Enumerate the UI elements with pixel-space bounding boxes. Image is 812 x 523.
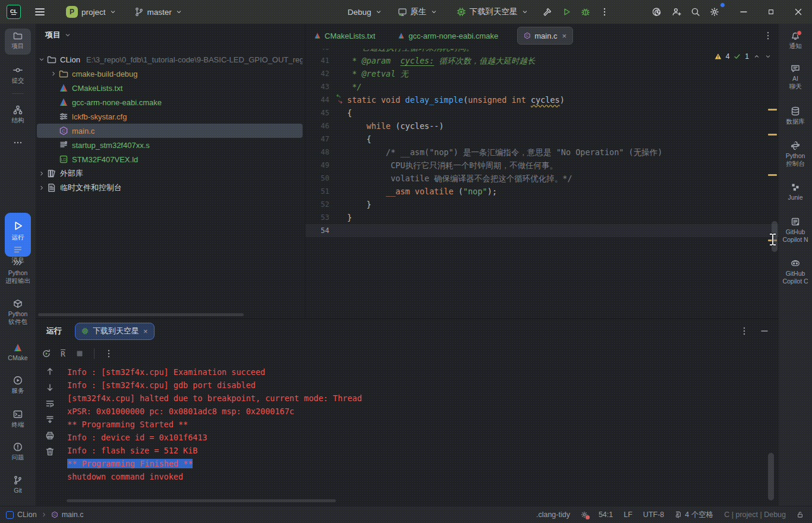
run-tab-close-icon[interactable]: × [143,327,148,336]
tab-close-icon[interactable]: × [562,31,567,40]
project-panel-header[interactable]: 项目 [36,24,305,46]
tree-row-root[interactable]: CLion E:\3_repo\0_fdb\1_tutorial-code\9-… [37,52,303,67]
console-horizontal-scrollbar[interactable] [67,499,336,502]
soft-wrap-icon[interactable] [45,399,55,408]
sidebar-item-structure[interactable]: 结构 [0,105,36,124]
window-minimize-button[interactable] [730,0,757,24]
cmake-icon [0,343,36,352]
tree-row-main-c[interactable]: main.c [37,124,303,138]
lock-icon[interactable] [797,511,804,518]
scroll-to-end-icon[interactable] [45,415,55,424]
structure-icon [0,105,36,115]
sidebar-item-problems[interactable]: 问题 [0,442,36,461]
breadcrumb-file[interactable]: main.c [62,511,84,519]
branch-widget[interactable]: master [130,4,187,20]
tree-row-lckfb-cfg[interactable]: lckfb-skystar.cfg [37,109,303,124]
tree-row-gcc-cmake[interactable]: gcc-arm-none-eabi.cmake [37,95,303,109]
indent-setting[interactable]: 4 个空格 [675,510,713,520]
sidebar-item-github-copilot-n[interactable]: GitHub Copilot N [779,217,812,244]
sidebar-item-git[interactable]: Git [0,475,36,494]
ai-assistant-button[interactable] [648,4,667,20]
tree-row-cmake-build-debug[interactable]: cmake-build-debug [37,67,303,81]
line-ending[interactable]: LF [624,511,632,519]
sidebar-item-database[interactable]: 数据库 [779,106,812,125]
sidebar-more-button[interactable] [0,138,36,149]
sidebar-item-terminal[interactable]: 终端 [0,409,36,429]
search-everywhere-button[interactable] [686,4,705,20]
run-icon [5,220,31,232]
reset-icon[interactable]: R [61,349,65,358]
chevron-down-icon[interactable] [37,56,46,63]
target-select[interactable]: 原生 [393,4,442,20]
gutter-navigation-arrows[interactable] [333,94,344,105]
clangd-status-icon[interactable] [581,511,588,518]
window-close-button[interactable] [785,0,812,24]
more-icon[interactable] [104,349,114,358]
console-vertical-scrollbar[interactable] [768,453,774,500]
sidebar-item-cmake[interactable]: CMake [0,343,36,362]
breadcrumb-app[interactable]: CLion [17,511,37,519]
rerun-icon[interactable] [42,349,51,358]
minimize-icon [739,7,748,17]
debug-bug-icon [581,7,590,17]
tree-row-cmakelists[interactable]: CMakeLists.txt [37,81,303,95]
error-stripe-mark[interactable] [768,109,777,111]
clear-icon[interactable] [45,447,55,456]
sidebar-item-project[interactable]: 项目 [0,31,36,50]
project-widget[interactable]: P project [61,4,121,20]
chevron-right-icon[interactable] [37,170,46,177]
sidebar-item-services[interactable]: 服务 [0,376,36,395]
tab-cmakelists[interactable]: CMakeLists.txt [308,27,381,44]
problems-icon [0,442,36,452]
run-tab-download[interactable]: 下载到天空星 × [75,323,155,340]
tab-bar-more-button[interactable] [763,31,773,40]
sidebar-item-python-process-output[interactable]: Python 进程输出 [0,258,36,285]
run-config-select[interactable]: 下载到天空星 [452,4,533,20]
project-horizontal-scrollbar[interactable] [38,313,244,316]
run-button[interactable] [557,4,576,20]
error-stripe-mark[interactable] [768,174,777,176]
stop-icon[interactable] [75,349,84,358]
caret-position[interactable]: 54:1 [599,511,613,519]
project-name: project [81,8,106,17]
settings-button[interactable] [705,4,724,20]
clang-tidy-status[interactable]: .clang-tidy [536,511,570,519]
main-menu-button[interactable] [32,5,48,19]
gear-icon [710,7,719,17]
sidebar-item-python-console[interactable]: Python 控制台 [779,141,812,168]
build-type-label: Debug [348,8,372,17]
tree-row-external-libs[interactable]: 外部库 [37,166,303,181]
build-button[interactable] [538,4,557,20]
file-encoding[interactable]: UTF-8 [643,511,664,519]
sidebar-item-github-copilot-c[interactable]: GitHub Copilot C [779,259,812,285]
tree-row-ld-file[interactable]: STM32F407VEX.ld [37,152,303,166]
arrow-up-icon[interactable] [45,367,55,376]
chevron-right-icon[interactable] [37,184,46,191]
sidebar-item-commit[interactable]: 提交 [0,65,36,84]
terminal-icon [0,409,36,419]
sidebar-item-notifications[interactable]: 通知 [779,31,812,50]
tab-gcc-cmake[interactable]: gcc-arm-none-eabi.cmake [392,27,504,44]
debug-button[interactable] [576,4,595,20]
chevron-right-icon[interactable] [49,70,58,77]
sidebar-item-ai-chat[interactable]: AI 聊天 [779,64,812,90]
console-output[interactable]: Info : [stm32f4x.cpu] Examination succee… [67,366,767,499]
arrow-down-icon[interactable] [45,383,55,392]
sidebar-item-python-packages[interactable]: Python 软件包 [0,299,36,326]
more-icon[interactable] [739,326,749,336]
chip-icon [81,327,89,335]
window-maximize-button[interactable] [757,0,785,24]
hide-panel-icon[interactable] [760,326,769,336]
print-icon[interactable] [45,431,55,440]
cmake-file-icon [398,32,405,39]
tab-main-c[interactable]: main.c × [517,27,573,45]
code-area[interactable]: 40 * 它通过执行空循环来消耗时间。 41 * @param cycles: … [306,49,779,319]
tree-row-scratches[interactable]: 临时文件和控制台 [37,181,303,195]
tree-row-startup-s[interactable]: startup_stm32f407xx.s [37,138,303,152]
collaborate-button[interactable] [667,4,686,20]
build-type-select[interactable]: Debug [343,4,387,20]
run-more-button[interactable] [595,4,614,20]
sidebar-item-junie[interactable]: Junie [779,182,812,201]
console-line-selected: ** Programming Finished ** [67,457,767,470]
error-stripe-mark[interactable] [768,134,777,136]
